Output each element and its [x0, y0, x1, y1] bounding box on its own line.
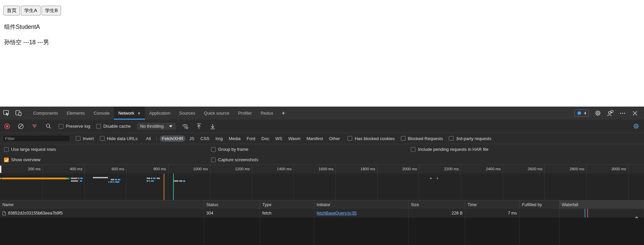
hide-data-urls-toggle[interactable]: Hide data URLs [100, 136, 138, 141]
devtools-tab[interactable]: Redux [256, 107, 278, 120]
preserve-log-checkbox[interactable] [59, 124, 63, 129]
column-header-size[interactable]: Size [409, 200, 465, 209]
nav-button[interactable]: 学生A [21, 6, 41, 15]
preserve-log-label: Preserve log [66, 124, 90, 129]
graph-gridline [544, 174, 545, 200]
filter-type-other[interactable]: Other [327, 135, 342, 142]
filter-type-img[interactable]: Img [213, 135, 225, 142]
overview-resize-handle[interactable] [0, 166, 1, 173]
request-row[interactable]: 63652d2c03155b63eea7b9f5 304 fetch fetch… [0, 209, 644, 218]
messages-badge[interactable]: 4 [574, 110, 589, 117]
export-har-icon[interactable] [209, 123, 216, 130]
show-overview-toggle[interactable]: Show overview [4, 157, 205, 162]
overview-bar [80, 178, 83, 179]
inspect-element-icon[interactable] [3, 110, 10, 117]
overview-bar [110, 181, 113, 183]
group-by-frame-toggle[interactable]: Group by frame [211, 147, 405, 152]
disable-cache-checkbox[interactable] [96, 124, 101, 129]
request-name: 63652d2c03155b63eea7b9f5 [8, 211, 63, 216]
filter-type-font[interactable]: Font [244, 135, 258, 142]
has-blocked-cookies-toggle[interactable]: Has blocked cookies [347, 136, 394, 141]
filter-type-css[interactable]: CSS [198, 135, 212, 142]
initiator-link[interactable]: fetchBaseQuery.ts:35 [317, 211, 357, 216]
scrollbar-up-arrow[interactable] [635, 211, 638, 216]
column-header-name[interactable]: Name [0, 200, 204, 209]
network-overview[interactable]: 200 ms400 ms600 ms800 ms1000 ms1200 ms14… [0, 165, 644, 200]
devtools-tab[interactable]: Sources [175, 107, 200, 120]
devtools-tab[interactable]: Network× [114, 107, 145, 120]
ruler-gridline [210, 165, 210, 174]
show-overview-checkbox[interactable] [4, 158, 9, 162]
add-tab-button[interactable]: + [277, 107, 289, 120]
overview-graph[interactable] [0, 174, 644, 200]
record-network-log-icon[interactable] [4, 123, 10, 130]
ruler-gridline [544, 165, 545, 174]
filter-type-all[interactable]: All [144, 135, 153, 142]
column-header-time[interactable]: Time [465, 200, 520, 209]
type-value: fetch [262, 211, 271, 216]
column-header-initiator[interactable]: Initiator [314, 200, 409, 209]
more-options-icon[interactable] [619, 110, 626, 117]
filter-type-media[interactable]: Media [226, 135, 243, 142]
devtools-tab[interactable]: Profiler [234, 107, 256, 120]
search-icon[interactable] [45, 123, 52, 130]
hide-data-urls-checkbox[interactable] [100, 136, 105, 141]
feedback-icon[interactable] [606, 110, 614, 117]
nav-button[interactable]: 首页 [3, 6, 20, 15]
devtools-tab[interactable]: Quick source [200, 107, 234, 120]
graph-gridline [628, 174, 629, 200]
devtools-tab[interactable]: Components [29, 107, 62, 120]
group-by-frame-checkbox[interactable] [211, 147, 216, 152]
include-pending-checkbox[interactable] [411, 147, 416, 152]
ruler-gridline [168, 165, 168, 174]
ruler-gridline [503, 165, 503, 174]
devtools-tab[interactable]: Elements [62, 107, 89, 120]
disable-cache-label: Disable cache [103, 124, 131, 129]
include-pending-toggle[interactable]: Include pending requests in HAR file [411, 147, 638, 152]
nav-button[interactable]: 学生B [42, 6, 61, 15]
ruler-label: 200 ms [10, 167, 41, 171]
use-large-rows-toggle[interactable]: Use large request rows [4, 147, 205, 152]
invert-checkbox[interactable] [76, 136, 80, 141]
column-header-waterfall[interactable]: Waterfall [559, 200, 644, 209]
close-devtools-icon[interactable] [631, 110, 639, 117]
settings-gear-icon[interactable] [594, 110, 601, 117]
cell-name[interactable]: 63652d2c03155b63eea7b9f5 [0, 209, 204, 218]
filter-type-doc[interactable]: Doc [259, 135, 271, 142]
import-har-icon[interactable] [196, 123, 202, 130]
has-blocked-cookies-checkbox[interactable] [347, 136, 352, 141]
network-conditions-icon[interactable] [182, 123, 189, 130]
capture-screenshots-checkbox[interactable] [211, 158, 216, 162]
blocked-requests-toggle[interactable]: Blocked Requests [401, 136, 443, 141]
include-pending-label: Include pending requests in HAR file [418, 147, 488, 152]
devtools-tab[interactable]: Application [145, 107, 175, 120]
filter-input[interactable] [3, 135, 70, 142]
throttling-select[interactable]: No throttling [137, 123, 176, 130]
overview-bar [80, 180, 82, 182]
column-header-type[interactable]: Type [260, 200, 314, 209]
network-settings-gear-icon[interactable] [633, 123, 639, 129]
capture-screenshots-toggle[interactable]: Capture screenshots [211, 157, 405, 162]
filter-icon[interactable] [31, 123, 38, 130]
column-header-status[interactable]: Status [204, 200, 260, 209]
overview-bar [2, 178, 66, 179]
clear-network-log-icon[interactable] [17, 123, 24, 130]
close-tab-icon[interactable]: × [138, 111, 140, 116]
requests-table-empty-area [0, 218, 644, 245]
blocked-requests-checkbox[interactable] [401, 136, 406, 141]
filter-type-wasm[interactable]: Wasm [286, 135, 303, 142]
invert-toggle[interactable]: Invert [76, 136, 94, 141]
column-header-fulfilled-by[interactable]: Fulfilled by [520, 200, 559, 209]
filter-type-ws[interactable]: WS [273, 135, 284, 142]
filter-type-fetch-xhr[interactable]: Fetch/XHR [160, 135, 186, 142]
third-party-checkbox[interactable] [449, 136, 453, 141]
disable-cache-toggle[interactable]: Disable cache [96, 124, 131, 129]
filter-type-js[interactable]: JS [187, 135, 197, 142]
third-party-toggle[interactable]: 3rd-party requests [449, 136, 491, 141]
device-toolbar-icon[interactable] [15, 110, 22, 117]
preserve-log-toggle[interactable]: Preserve log [59, 124, 90, 129]
devtools-tab[interactable]: Console [89, 107, 114, 120]
filter-type-manifest[interactable]: Manifest [304, 135, 325, 142]
overview-bar [174, 180, 178, 182]
use-large-rows-checkbox[interactable] [4, 147, 9, 152]
